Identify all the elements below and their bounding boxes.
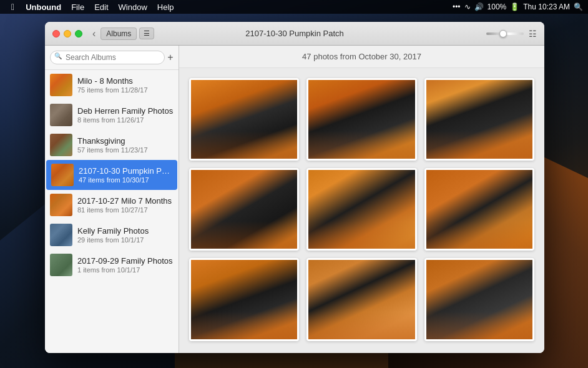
menubar-left:  Unbound File Edit Window Help	[0, 2, 179, 12]
sidebar: + Milo - 8 Months 75 items from 11/28/17…	[45, 46, 179, 353]
album-thumbnail	[50, 74, 72, 96]
photo-cell-6[interactable]	[424, 168, 534, 251]
add-album-button[interactable]: +	[167, 51, 174, 64]
menubar-dots: •••	[453, 2, 461, 11]
album-meta: 75 items from 11/28/17	[77, 86, 174, 94]
traffic-lights	[52, 30, 82, 37]
photo-area: 47 photos from October 30, 2017	[179, 46, 544, 353]
album-name: 2017-09-29 Family Photos	[77, 256, 174, 266]
album-info: Deb Herren Family Photos 8 items from 11…	[77, 106, 174, 124]
list-view-button[interactable]: ☰	[139, 27, 154, 39]
volume-icon: 🔊	[474, 2, 484, 11]
album-info: 2017-09-29 Family Photos 1 items from 10…	[77, 256, 174, 274]
album-meta: 29 items from 10/1/17	[77, 236, 174, 244]
sort-button[interactable]: ☷	[529, 29, 537, 39]
album-thumbnail	[50, 134, 72, 156]
menu-file[interactable]: File	[66, 2, 89, 12]
menu-help[interactable]: Help	[152, 2, 179, 12]
album-info: Kelly Family Photos 29 items from 10/1/1…	[77, 226, 174, 244]
maximize-button[interactable]	[75, 30, 82, 37]
album-info: Thanksgiving 57 items from 11/23/17	[77, 136, 174, 154]
album-info: 2107-10-30 Pumpkin Patch 47 items from 1…	[79, 166, 172, 184]
photo-count-header: 47 photos from October 30, 2017	[179, 46, 544, 68]
search-bar: +	[45, 46, 179, 70]
photo-cell-9[interactable]	[424, 258, 534, 341]
album-thumbnail	[50, 104, 72, 126]
menu-edit[interactable]: Edit	[89, 2, 113, 12]
album-item-deb-herren[interactable]: Deb Herren Family Photos 8 items from 11…	[45, 100, 179, 130]
search-icon[interactable]: 🔍	[574, 2, 583, 11]
app-window: ‹ Albums ☰ 2107-10-30 Pumpkin Patch ☷ +	[45, 22, 544, 353]
photo-cell-8[interactable]	[306, 258, 416, 341]
photo-cell-1[interactable]	[189, 78, 299, 161]
search-input[interactable]	[50, 51, 165, 64]
album-thumbnail	[50, 224, 72, 246]
apple-menu[interactable]: 	[5, 2, 21, 12]
window-title: 2107-10-30 Pumpkin Patch	[245, 29, 344, 38]
album-meta: 8 items from 11/26/17	[77, 116, 174, 124]
album-thumbnail	[50, 194, 72, 216]
album-name: Kelly Family Photos	[77, 226, 174, 236]
photo-cell-5[interactable]	[306, 168, 416, 251]
album-item-milo-8-months[interactable]: Milo - 8 Months 75 items from 11/28/17	[45, 70, 179, 100]
album-meta: 47 items from 10/30/17	[79, 176, 172, 184]
photo-grid	[179, 68, 544, 353]
battery-icon: 🔋	[510, 2, 519, 11]
album-name: Milo - 8 Months	[77, 76, 174, 86]
clock: Thu 10:23 AM	[523, 2, 570, 11]
album-name: Deb Herren Family Photos	[77, 106, 174, 116]
album-item-pumpkin-patch[interactable]: 2107-10-30 Pumpkin Patch 47 items from 1…	[46, 160, 177, 190]
album-meta: 57 items from 11/23/17	[77, 146, 174, 154]
titlebar-right: ☷	[486, 29, 537, 39]
minimize-button[interactable]	[64, 30, 71, 37]
album-name: 2017-10-27 Milo 7 Months	[77, 196, 174, 206]
titlebar-nav: ‹ Albums ☰	[90, 27, 154, 41]
photo-cell-7[interactable]	[189, 258, 299, 341]
album-info: 2017-10-27 Milo 7 Months 81 items from 1…	[77, 196, 174, 214]
content-area: + Milo - 8 Months 75 items from 11/28/17…	[45, 46, 544, 353]
search-input-container	[50, 51, 165, 64]
albums-button[interactable]: Albums	[100, 27, 137, 40]
album-meta: 1 items from 10/1/17	[77, 266, 174, 274]
back-button[interactable]: ‹	[90, 27, 98, 41]
album-list: Milo - 8 Months 75 items from 11/28/17 D…	[45, 70, 179, 353]
album-thumbnail	[51, 164, 74, 186]
photo-cell-4[interactable]	[189, 168, 299, 251]
album-thumbnail	[50, 254, 72, 276]
album-item-kelly-family[interactable]: Kelly Family Photos 29 items from 10/1/1…	[45, 220, 179, 250]
menubar:  Unbound File Edit Window Help ••• ∿ 🔊 …	[0, 0, 588, 14]
photo-cell-3[interactable]	[424, 78, 534, 161]
album-name: 2107-10-30 Pumpkin Patch	[79, 166, 172, 176]
slider-thumb[interactable]	[499, 30, 507, 37]
menubar-right: ••• ∿ 🔊 100% 🔋 Thu 10:23 AM 🔍	[453, 2, 588, 11]
titlebar: ‹ Albums ☰ 2107-10-30 Pumpkin Patch ☷	[45, 22, 544, 46]
battery-label: 100%	[488, 2, 507, 11]
close-button[interactable]	[52, 30, 60, 37]
wifi-icon: ∿	[464, 2, 471, 11]
album-name: Thanksgiving	[77, 136, 174, 146]
album-meta: 81 items from 10/27/17	[77, 206, 174, 214]
album-info: Milo - 8 Months 75 items from 11/28/17	[77, 76, 174, 94]
app-name[interactable]: Unbound	[21, 2, 66, 12]
album-item-family-photos-2017[interactable]: 2017-09-29 Family Photos 1 items from 10…	[45, 250, 179, 280]
photo-cell-2[interactable]	[306, 78, 416, 161]
menu-window[interactable]: Window	[114, 2, 152, 12]
album-item-milo-7-months[interactable]: 2017-10-27 Milo 7 Months 81 items from 1…	[45, 190, 179, 220]
zoom-slider[interactable]	[486, 32, 524, 35]
album-item-thanksgiving[interactable]: Thanksgiving 57 items from 11/23/17	[45, 130, 179, 160]
slider-track[interactable]	[486, 32, 524, 35]
